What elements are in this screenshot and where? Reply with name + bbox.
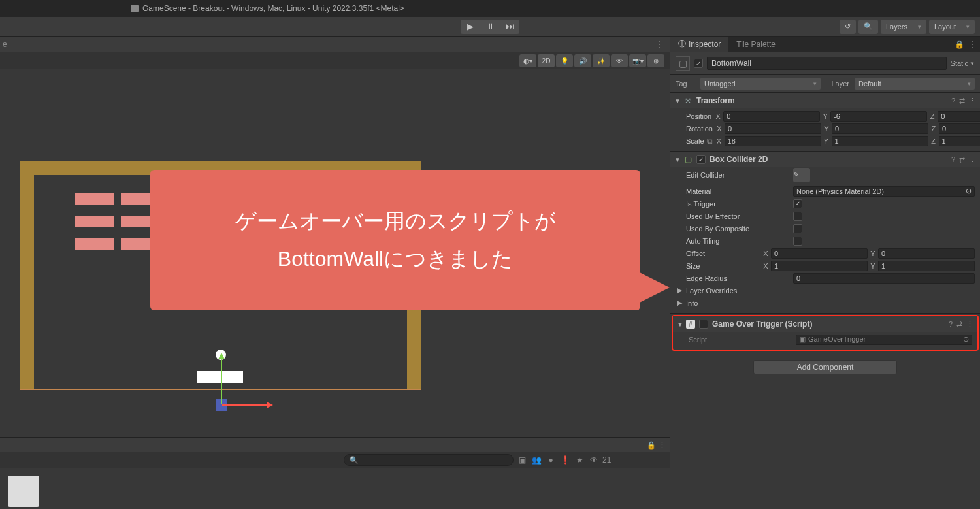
callout-tail — [637, 271, 670, 304]
transform-component: ▼ ⤧ Transform ?⇄⋮ Position X Y Z Rotatio… — [670, 93, 980, 152]
rotation-z-field[interactable] — [939, 123, 980, 134]
rotation-label: Rotation — [686, 125, 713, 133]
presets-icon[interactable]: ⇄ — [956, 320, 962, 329]
istrigger-label: Is Trigger — [686, 200, 791, 208]
rotation-x-field[interactable] — [725, 123, 821, 134]
edit-collider-label: Edit Collider — [686, 171, 791, 179]
label-filter-icon[interactable]: ❗ — [559, 454, 571, 466]
scene-menu-icon[interactable]: ⋮ — [651, 40, 667, 49]
help-icon[interactable]: ? — [951, 156, 955, 164]
material-label: Material — [686, 188, 791, 195]
component-menu-icon[interactable]: ⋮ — [969, 156, 976, 164]
hidden-items-icon[interactable]: 👁 — [588, 454, 600, 466]
gizmos-dropdown[interactable]: ⊕ — [647, 54, 664, 67]
transform-icon: ⤧ — [683, 96, 693, 105]
help-icon[interactable]: ? — [951, 97, 955, 105]
usedbycomposite-label: Used By Composite — [686, 225, 791, 233]
usedbyeffector-checkbox[interactable] — [793, 212, 802, 221]
component-menu-icon[interactable]: ⋮ — [966, 320, 973, 329]
step-button[interactable]: ⏭ — [500, 20, 519, 34]
layout-dropdown[interactable]: Layout — [929, 20, 975, 34]
script-field: ▣GameOverTrigger⊙ — [796, 335, 972, 345]
camera-dropdown[interactable]: 📷▾ — [629, 54, 646, 67]
tab-inspector[interactable]: ⓘInspector — [670, 37, 728, 52]
presets-icon[interactable]: ⇄ — [959, 97, 965, 105]
layeroverrides-label[interactable]: Layer Overrides — [686, 287, 791, 295]
favorite-icon[interactable]: 👥 — [531, 454, 542, 466]
type-filter-icon[interactable]: ● — [545, 454, 557, 466]
fx-toggle[interactable]: ✨ — [593, 54, 610, 67]
tab-tile-palette[interactable]: Tile Palette — [728, 37, 783, 52]
gizmo-y-axis[interactable] — [221, 355, 222, 404]
autotiling-checkbox[interactable] — [793, 237, 802, 246]
lighting-toggle[interactable]: 💡 — [556, 54, 573, 67]
undo-history-button[interactable]: ↺ — [840, 20, 856, 34]
play-controls: ▶ ⏸ ⏭ — [461, 20, 519, 34]
inspector-menu-icon[interactable]: ⋮ — [968, 40, 976, 49]
help-icon[interactable]: ? — [949, 320, 953, 329]
layer-dropdown[interactable]: Default — [855, 78, 975, 90]
script-label: Script — [689, 336, 793, 344]
foldout-icon[interactable]: ▼ — [674, 156, 679, 163]
rotation-y-field[interactable] — [832, 123, 928, 134]
transform-header[interactable]: ▼ ⤧ Transform ?⇄⋮ — [670, 93, 980, 108]
usedbycomposite-checkbox[interactable] — [793, 224, 802, 233]
scale-link-icon[interactable]: ⧉ — [707, 137, 713, 146]
istrigger-checkbox[interactable] — [793, 199, 802, 208]
offset-x-field[interactable] — [771, 248, 868, 259]
panel-menu-icon[interactable]: ⋮ — [659, 441, 666, 450]
lock-icon[interactable]: 🔒 — [955, 40, 964, 49]
layers-dropdown[interactable]: Layers — [881, 20, 926, 34]
lock-icon[interactable]: 🔒 — [647, 441, 656, 450]
presets-icon[interactable]: ⇄ — [959, 156, 965, 164]
2d-toggle[interactable]: 2D — [538, 54, 555, 67]
foldout-icon[interactable]: ▼ — [674, 97, 679, 105]
boxcollider-header[interactable]: ▼ ▢ Box Collider 2D ?⇄⋮ — [670, 152, 980, 167]
edgeradius-field[interactable] — [793, 273, 975, 284]
position-y-field[interactable] — [830, 111, 927, 122]
filter-icon[interactable]: ▣ — [516, 454, 528, 466]
tag-label: Tag — [676, 80, 695, 88]
annotation-callout: ゲームオーバー用のスクリプトが BottomWallにつきました — [150, 170, 640, 310]
gameobject-active-checkbox[interactable] — [694, 59, 703, 68]
object-picker-icon[interactable]: ⊙ — [963, 335, 969, 344]
position-z-field[interactable] — [938, 111, 980, 122]
size-x-field[interactable] — [771, 261, 868, 271]
project-search-input[interactable] — [344, 454, 514, 466]
edgeradius-label: Edge Radius — [686, 274, 791, 282]
gameovertrigger-enabled-checkbox[interactable] — [699, 320, 708, 329]
gameovertrigger-header[interactable]: ▼ # Game Over Trigger (Script) ?⇄⋮ — [673, 316, 977, 332]
offset-y-field[interactable] — [878, 248, 975, 259]
gizmo-x-axis[interactable] — [222, 404, 271, 406]
component-menu-icon[interactable]: ⋮ — [969, 97, 976, 105]
info-label[interactable]: Info — [686, 299, 791, 307]
foldout-icon[interactable]: ▼ — [677, 321, 682, 328]
folder-item[interactable] — [8, 476, 39, 507]
hidden-toggle[interactable]: 👁 — [611, 54, 628, 67]
scale-x-field[interactable] — [725, 136, 821, 146]
callout-line2: BottomWallにつきました — [278, 240, 513, 278]
shading-dropdown[interactable]: ◐▾ — [519, 54, 536, 67]
save-filter-icon[interactable]: ★ — [574, 454, 585, 466]
add-component-button[interactable]: Add Component — [753, 360, 897, 374]
search-button[interactable]: 🔍 — [858, 20, 878, 34]
audio-toggle[interactable]: 🔊 — [574, 54, 591, 67]
tag-dropdown[interactable]: Untagged — [700, 78, 821, 90]
position-x-field[interactable] — [723, 111, 820, 122]
boxcollider2d-component: ▼ ▢ Box Collider 2D ?⇄⋮ Edit Collider ✎ … — [670, 152, 980, 314]
object-picker-icon[interactable]: ⊙ — [966, 187, 972, 195]
static-dropdown[interactable]: Static ▼ — [951, 59, 975, 67]
size-y-field[interactable] — [878, 261, 975, 271]
gameobject-icon[interactable]: ▢ — [676, 56, 690, 71]
usedbyeffector-label: Used By Effector — [686, 212, 791, 220]
boxcollider-enabled-checkbox[interactable] — [696, 155, 706, 164]
edit-collider-button[interactable]: ✎ — [793, 168, 810, 182]
pause-button[interactable]: ⏸ — [480, 20, 500, 34]
window-titlebar: GameScene - Breakout - Windows, Mac, Lin… — [0, 0, 980, 17]
scale-y-field[interactable] — [832, 136, 928, 146]
gameobject-name-field[interactable] — [707, 57, 947, 70]
scene-tab-bar: e ⋮ — [0, 37, 670, 52]
scale-z-field[interactable] — [939, 136, 980, 146]
play-button[interactable]: ▶ — [461, 20, 480, 34]
material-field[interactable]: None (Physics Material 2D)⊙ — [793, 186, 975, 197]
